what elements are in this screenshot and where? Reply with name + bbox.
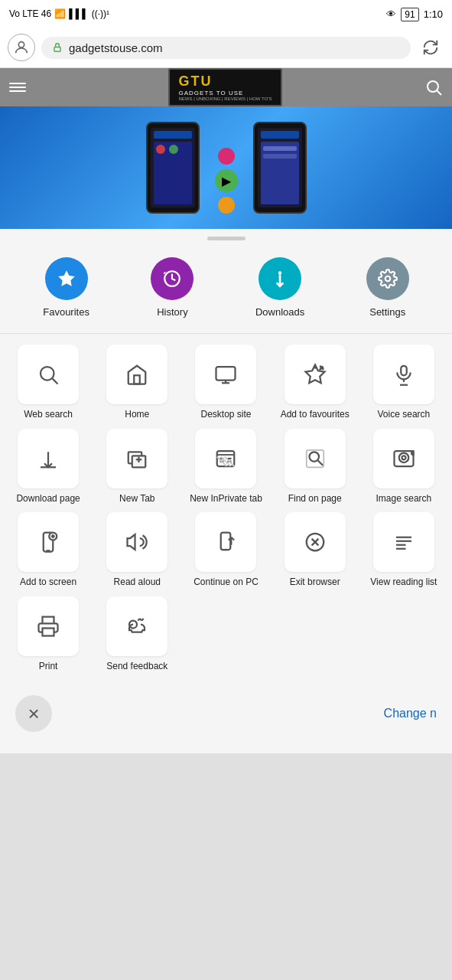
close-button[interactable]: × xyxy=(15,695,52,732)
status-right: 👁 91 1:10 xyxy=(386,8,443,20)
download-page-label: Download page xyxy=(16,493,80,505)
menu-item-image-search[interactable]: Image search xyxy=(363,429,444,505)
refresh-button[interactable] xyxy=(417,34,444,61)
quick-action-settings[interactable]: Settings xyxy=(366,257,409,318)
web-search-icon-box xyxy=(18,345,79,404)
logo-tagline: NEWS | UNBOXING | REVIEWS | HOW TO'S xyxy=(179,96,272,101)
settings-icon xyxy=(366,257,409,300)
desktop-site-label: Desktop site xyxy=(200,409,251,421)
web-search-label: Web search xyxy=(24,409,73,421)
favourites-label: Favourites xyxy=(43,306,89,318)
svg-point-0 xyxy=(18,42,24,47)
svg-line-10 xyxy=(53,379,58,384)
menu-item-view-reading-list[interactable]: View reading list xyxy=(363,512,444,589)
quick-action-favourites[interactable]: Favourites xyxy=(43,257,89,318)
search-icon-header[interactable] xyxy=(424,78,443,96)
profile-icon[interactable] xyxy=(8,34,35,61)
signal-bars: 📶 xyxy=(54,8,66,19)
menu-item-home[interactable]: Home xyxy=(96,345,177,421)
battery-indicator: 91 xyxy=(401,8,418,20)
svg-rect-12 xyxy=(216,367,236,381)
downloads-label: Downloads xyxy=(255,306,304,318)
print-icon-box xyxy=(18,596,79,656)
menu-item-desktop-site[interactable]: Desktop site xyxy=(185,345,266,421)
menu-item-web-search[interactable]: Web search xyxy=(8,345,89,421)
wifi-icon: ((·))¹ xyxy=(92,8,109,19)
new-tab-label: New Tab xyxy=(119,493,154,505)
page-image: ▶ xyxy=(0,106,452,229)
center-bubbles: ▶ xyxy=(215,148,238,214)
svg-marker-4 xyxy=(58,270,75,286)
home-label: Home xyxy=(125,409,149,421)
menu-item-send-feedback[interactable]: Send feedback xyxy=(96,596,177,673)
exit-browser-icon-box xyxy=(285,512,346,572)
eye-icon: 👁 xyxy=(386,8,396,20)
menu-item-new-tab[interactable]: New Tab xyxy=(96,429,177,505)
menu-item-exit-browser[interactable]: Exit browser xyxy=(275,512,356,589)
svg-rect-57 xyxy=(43,628,54,635)
menu-item-voice-search[interactable]: Voice search xyxy=(363,345,444,421)
svg-line-3 xyxy=(437,91,441,96)
svg-point-2 xyxy=(428,81,438,92)
menu-item-print[interactable]: Print xyxy=(8,596,89,673)
svg-point-40 xyxy=(399,452,409,462)
address-bar-row: gadgetstouse.com xyxy=(0,28,452,68)
continue-on-pc-label: Continue on PC xyxy=(193,577,259,589)
phone-visual: ▶ xyxy=(146,122,307,214)
carrier-text: Vo LTE 46 xyxy=(9,8,51,19)
quick-action-history[interactable]: History xyxy=(151,257,193,318)
svg-rect-48 xyxy=(221,533,231,550)
add-to-favourites-icon-box xyxy=(285,345,346,404)
menu-item-new-inprivate-tab[interactable]: New InPrivate tab xyxy=(185,429,266,505)
download-page-icon-box xyxy=(18,429,79,488)
new-inprivate-tab-icon-box xyxy=(195,429,256,488)
find-on-page-icon-box xyxy=(285,429,346,488)
new-tab-icon-box xyxy=(106,429,167,488)
svg-point-9 xyxy=(41,367,54,381)
quick-action-downloads[interactable]: Downloads xyxy=(255,257,304,318)
signal-bars-2: ▌▌▌ xyxy=(69,8,89,19)
image-search-icon-box xyxy=(373,429,434,488)
menu-item-find-on-page[interactable]: Find on page xyxy=(275,429,356,505)
quick-actions: Favourites History Downloads xyxy=(0,245,452,334)
add-to-screen-label: Add to screen xyxy=(20,577,76,589)
hamburger-menu[interactable] xyxy=(9,83,26,92)
read-aloud-icon-box xyxy=(106,512,167,572)
status-bar: Vo LTE 46 📶 ▌▌▌ ((·))¹ 👁 91 1:10 xyxy=(0,0,452,28)
view-reading-list-label: View reading list xyxy=(370,577,437,589)
history-icon xyxy=(151,257,193,300)
menu-item-continue-on-pc[interactable]: Continue on PC xyxy=(185,512,266,589)
add-to-screen-icon-box xyxy=(18,512,79,572)
svg-point-8 xyxy=(385,276,390,282)
menu-item-read-aloud[interactable]: Read aloud xyxy=(96,512,177,589)
menu-item-download-page[interactable]: Download page xyxy=(8,429,89,505)
bottom-bar: × Change n xyxy=(0,686,452,738)
status-left: Vo LTE 46 📶 ▌▌▌ ((·))¹ xyxy=(9,8,109,19)
phone-left xyxy=(146,122,200,214)
svg-rect-11 xyxy=(135,375,141,384)
address-input[interactable]: gadgetstouse.com xyxy=(41,37,411,59)
phone-right xyxy=(253,122,307,214)
svg-point-41 xyxy=(402,456,405,459)
change-button[interactable]: Change n xyxy=(384,707,437,720)
voice-search-label: Voice search xyxy=(378,409,431,421)
print-label: Print xyxy=(39,661,58,673)
menu-item-add-to-favourites[interactable]: Add to favourites xyxy=(275,345,356,421)
svg-line-61 xyxy=(142,619,145,621)
menu-item-add-to-screen[interactable]: Add to screen xyxy=(8,512,89,589)
svg-rect-1 xyxy=(54,47,60,51)
svg-line-38 xyxy=(317,460,322,465)
url-text: gadgetstouse.com xyxy=(69,41,400,54)
drawer-handle[interactable] xyxy=(0,229,452,245)
logo-sub: GADGETS TO USE xyxy=(179,90,272,96)
handle-bar xyxy=(207,237,246,240)
desktop-site-icon-box xyxy=(195,345,256,404)
view-reading-list-icon-box xyxy=(373,512,434,572)
send-feedback-icon-box xyxy=(106,596,167,656)
time-display: 1:10 xyxy=(424,8,443,20)
svg-point-7 xyxy=(278,271,281,274)
history-label: History xyxy=(157,306,187,318)
downloads-icon xyxy=(259,257,301,300)
read-aloud-label: Read aloud xyxy=(114,577,161,589)
svg-point-37 xyxy=(309,452,319,462)
